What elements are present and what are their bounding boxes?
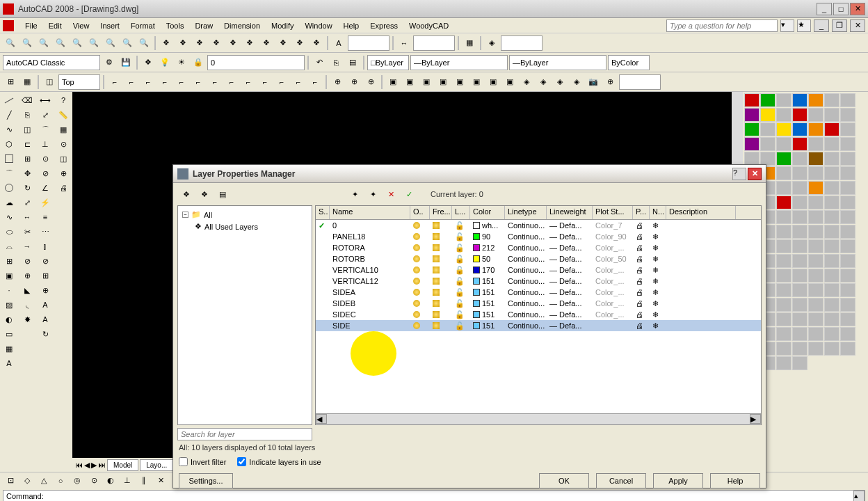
desc-cell[interactable] bbox=[666, 298, 736, 309]
dim-edit-icon[interactable]: A bbox=[38, 298, 53, 312]
palette-btn[interactable] bbox=[776, 239, 791, 253]
palette-btn[interactable] bbox=[840, 196, 855, 209]
palette-btn[interactable] bbox=[792, 269, 807, 283]
palette-btn[interactable] bbox=[792, 356, 807, 370]
lineweight-cell[interactable]: — Defa... bbox=[547, 287, 593, 298]
inquiry-3-icon[interactable]: ▦ bbox=[56, 122, 71, 136]
palette-btn[interactable] bbox=[824, 327, 839, 341]
inquiry-5-icon[interactable]: ◫ bbox=[56, 152, 71, 166]
palette-btn[interactable] bbox=[808, 166, 823, 180]
plotstyle-cell[interactable]: Color_7 bbox=[593, 220, 633, 231]
polygon-icon[interactable]: ⬡ bbox=[1, 137, 17, 151]
erase-icon[interactable]: ⌫ bbox=[19, 93, 35, 107]
layer-previous-icon[interactable]: ↶ bbox=[312, 55, 327, 70]
palette-btn[interactable] bbox=[824, 108, 839, 122]
palette-btn[interactable] bbox=[776, 269, 791, 283]
desc-cell[interactable] bbox=[666, 276, 736, 287]
freeze-cell[interactable] bbox=[430, 220, 452, 231]
palette-btn[interactable] bbox=[840, 166, 855, 180]
col-linetype[interactable]: Linetype bbox=[505, 206, 547, 219]
osnap-8-icon[interactable]: ⊥ bbox=[120, 473, 135, 488]
ucs-13-icon[interactable]: ⌐ bbox=[307, 74, 323, 90]
color-cell[interactable]: 151 bbox=[470, 276, 505, 287]
region-icon[interactable]: ▭ bbox=[1, 327, 17, 341]
lineweight-cell[interactable]: — Defa... bbox=[547, 264, 593, 276]
layer-lock-icon[interactable]: 🔒 bbox=[191, 55, 206, 70]
linetype-cell[interactable]: Continuo... bbox=[505, 242, 547, 253]
palette-btn[interactable] bbox=[760, 122, 775, 136]
lineweight-cell[interactable]: — Defa... bbox=[547, 220, 593, 231]
tab-nav-last-icon[interactable]: ⏭ bbox=[98, 461, 106, 469]
lock-cell[interactable]: 🔓 bbox=[452, 220, 470, 231]
dialog-close-icon[interactable]: ✕ bbox=[748, 168, 762, 180]
freeze-cell[interactable] bbox=[430, 298, 452, 309]
inquiry-4-icon[interactable]: ⊙ bbox=[56, 137, 71, 151]
lineweight-cell[interactable]: — Defa... bbox=[547, 242, 593, 253]
col-lineweight[interactable]: Lineweight bbox=[547, 206, 593, 219]
col-status[interactable]: S.. bbox=[316, 206, 330, 219]
table-row[interactable]: SIDEB🔓151Continuo...— Defa...Color_...🖨❄ bbox=[316, 298, 761, 309]
plotstyle-cell[interactable]: Color_... bbox=[593, 242, 633, 253]
table-row[interactable]: ROTORA🔓212Continuo...— Defa...Color_...🖨… bbox=[316, 242, 761, 253]
linetype-cell[interactable]: Continuo... bbox=[505, 276, 547, 287]
linetype-cell[interactable]: Continuo... bbox=[505, 220, 547, 231]
solid-11-icon[interactable]: ◈ bbox=[552, 74, 568, 90]
dim-angular-icon[interactable]: ∠ bbox=[38, 181, 53, 195]
palette-btn[interactable] bbox=[808, 298, 823, 312]
lineweight-cell[interactable]: — Defa... bbox=[547, 320, 593, 331]
palette-btn[interactable] bbox=[792, 283, 807, 297]
array-icon[interactable]: ⊞ bbox=[19, 152, 35, 166]
name-cell[interactable]: SIDEB bbox=[330, 298, 410, 309]
palette-btn[interactable] bbox=[792, 342, 807, 356]
palette-btn[interactable] bbox=[824, 196, 839, 209]
palette-btn[interactable] bbox=[824, 342, 839, 356]
palette-btn[interactable] bbox=[808, 239, 823, 253]
on-cell[interactable] bbox=[410, 298, 430, 309]
insert-icon[interactable]: ⊞ bbox=[1, 254, 17, 268]
palette-btn[interactable] bbox=[840, 342, 855, 356]
solid-1-icon[interactable]: ▣ bbox=[385, 74, 401, 90]
help-search-input[interactable] bbox=[666, 19, 778, 32]
palette-btn[interactable] bbox=[792, 137, 807, 151]
layer-search-input[interactable] bbox=[177, 428, 312, 440]
menu-edit[interactable]: Edit bbox=[43, 20, 67, 31]
arc-icon[interactable]: ⌒ bbox=[1, 166, 17, 180]
tab-layout1[interactable]: Layo... bbox=[140, 459, 173, 471]
ucs-8-icon[interactable]: ⌐ bbox=[224, 74, 239, 90]
palette-btn[interactable] bbox=[808, 93, 823, 107]
zoom-extents-icon[interactable]: 🔍 bbox=[136, 35, 152, 51]
palette-btn[interactable] bbox=[840, 239, 855, 253]
app-menu-icon[interactable] bbox=[3, 20, 14, 31]
palette-btn[interactable] bbox=[792, 122, 807, 136]
desc-cell[interactable] bbox=[666, 264, 736, 276]
orbit-3-icon[interactable]: ⊕ bbox=[363, 74, 378, 90]
desc-cell[interactable] bbox=[666, 320, 736, 331]
layer-tool-3-icon[interactable]: ❖ bbox=[192, 35, 207, 51]
name-cell[interactable]: ROTORA bbox=[330, 242, 410, 253]
layer-tool-10-icon[interactable]: ❖ bbox=[309, 35, 324, 51]
layer-on-icon[interactable]: 💡 bbox=[157, 55, 172, 70]
palette-btn[interactable] bbox=[824, 166, 839, 180]
solid-7-icon[interactable]: ▣ bbox=[485, 74, 501, 90]
palette-btn[interactable] bbox=[824, 225, 839, 239]
name-cell[interactable]: 0 bbox=[330, 220, 410, 231]
gradient-icon[interactable]: ◐ bbox=[1, 312, 17, 326]
lock-cell[interactable]: 🔓 bbox=[452, 264, 470, 276]
layer-tool-5-icon[interactable]: ❖ bbox=[225, 35, 241, 51]
plotstyle-cell[interactable] bbox=[593, 320, 633, 331]
plot-cell[interactable]: 🖨 bbox=[633, 309, 650, 320]
table-icon[interactable]: ▦ bbox=[1, 342, 17, 356]
ok-button[interactable]: OK bbox=[539, 473, 589, 488]
plotstyle-cell[interactable]: Color_50 bbox=[593, 253, 633, 264]
palette-btn[interactable] bbox=[824, 298, 839, 312]
osnap-9-icon[interactable]: ∥ bbox=[136, 473, 152, 488]
palette-btn[interactable] bbox=[808, 283, 823, 297]
col-lock[interactable]: L... bbox=[452, 206, 470, 219]
palette-btn[interactable] bbox=[792, 93, 807, 107]
cancel-button[interactable]: Cancel bbox=[596, 473, 646, 488]
zoom-out-icon[interactable]: 🔍 bbox=[103, 35, 118, 51]
move-icon[interactable]: ✥ bbox=[19, 166, 35, 180]
palette-btn[interactable] bbox=[744, 137, 760, 151]
palette-btn[interactable] bbox=[824, 269, 839, 283]
osnap-4-icon[interactable]: ○ bbox=[53, 473, 68, 488]
